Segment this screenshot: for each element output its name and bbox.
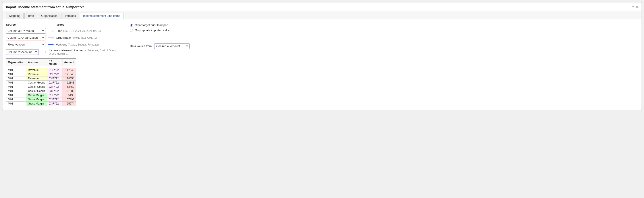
table-row: M01 Cost of Goods 03 FY22 -61980	[6, 89, 76, 93]
cell-org: M01	[6, 93, 26, 97]
mapping-right-panel: Clear target prior to import Only update…	[130, 23, 638, 106]
radio-update-label[interactable]: Only update imported cells	[135, 28, 169, 32]
source-header: Source	[6, 23, 46, 26]
cell-amount: 118654	[62, 76, 76, 81]
cell-month: 03 FY22	[47, 76, 62, 81]
tab-mapping[interactable]: Mapping	[6, 12, 24, 19]
target-versions: Versions (Actual, Budget, Forecast)	[56, 43, 99, 46]
tab-bar: Mapping Time Organization Versions Incom…	[2, 11, 642, 19]
data-table: Organization Account FY Mouth Amount M01	[6, 58, 76, 106]
cell-month: 03 FY22	[47, 89, 62, 93]
cell-amount: 55674	[62, 102, 76, 106]
mapping-left: Source Target Column 3: FY Mouth ⟶ Time …	[6, 23, 121, 106]
cell-account: Gross Margin	[26, 97, 47, 102]
mapping-headers: Source Target	[6, 23, 121, 26]
cell-amount: -61980	[62, 89, 76, 93]
mapping-row-versions: Fixed version ⟶ Versions (Actual, Budget…	[6, 42, 121, 47]
table-row: M01 Gross Margin 03 FY22 55674	[6, 102, 76, 106]
cell-amount: 55198	[62, 93, 76, 97]
cell-month: 01 FY22	[47, 81, 62, 85]
mapping-row-lineitems: Column 2: Account ⟶ Income statement Lin…	[6, 49, 121, 55]
main-window: Import: Income statement from actuals-im…	[2, 2, 642, 110]
col-header-account: Account	[26, 59, 47, 66]
radio-clear-target[interactable]	[130, 24, 133, 27]
tab-versions[interactable]: Versions	[62, 12, 79, 19]
table-row: M01 Revenue 01 FY22 117546	[6, 68, 76, 72]
cell-amount: 121348	[62, 72, 76, 76]
cell-account: Cost of Goods	[26, 85, 47, 89]
cell-org: M01	[6, 81, 26, 85]
close-icon[interactable]: ×	[636, 5, 638, 9]
target-lineitems: Income statement Line Items (Revenue, Co…	[49, 49, 121, 55]
cell-account: Gross Margin	[26, 102, 47, 106]
cell-month: 02 FY22	[47, 85, 62, 89]
source-select-versions[interactable]: Fixed version	[6, 42, 46, 47]
cell-account: Revenue	[26, 76, 47, 81]
cell-month: 02 FY22	[47, 72, 62, 76]
target-time: Time (2021-04, 2021-05, 2021-06, ...)	[56, 29, 101, 32]
col-header-month: FY Mouth	[47, 59, 62, 66]
cell-org: M01	[6, 89, 26, 93]
cell-month: 03 FY22	[47, 102, 62, 106]
window-controls: ? ×	[632, 5, 638, 9]
data-values-label: Data values from	[130, 44, 152, 48]
cell-org: M01	[6, 97, 26, 102]
table-row: M01 Gross Margin 02 FY22 57898	[6, 97, 76, 102]
cell-org: M01	[6, 72, 26, 76]
data-values-row: Data values from Column 4: Amount	[130, 43, 638, 49]
data-table-section: Organization Account FY Mouth Amount M01	[6, 58, 121, 106]
table-row: M01 Revenue 03 FY22 118654	[6, 76, 76, 81]
cell-month: 02 FY22	[47, 97, 62, 102]
arrow-time: ⟶	[48, 28, 54, 33]
tab-time[interactable]: Time	[24, 12, 37, 19]
mapping-row-org: Column 1: Organization ⟶ Organization (M…	[6, 35, 121, 40]
cell-month: 01 FY22	[47, 93, 62, 97]
cell-amount: -62348	[62, 81, 76, 85]
main-content: Source Target Column 3: FY Mouth ⟶ Time …	[2, 19, 642, 110]
import-options: Clear target prior to import Only update…	[130, 23, 638, 34]
tab-organization[interactable]: Organization	[38, 12, 61, 19]
cell-org: M01	[6, 85, 26, 89]
col-header-org: Organization	[6, 59, 26, 66]
cell-account: Revenue	[26, 68, 47, 72]
table-row: M01 Cost of Goods 02 FY22 -63450	[6, 85, 76, 89]
arrow-lineitems: ⟶	[41, 49, 47, 54]
source-select-time[interactable]: Column 3: FY Mouth	[6, 28, 46, 34]
cell-org: M01	[6, 76, 26, 81]
help-icon[interactable]: ?	[632, 5, 634, 9]
cell-account: Revenue	[26, 72, 47, 76]
tab-income-statement[interactable]: Income statement Line Items	[80, 12, 124, 19]
data-values-select[interactable]: Column 4: Amount	[154, 43, 190, 49]
radio-only-update[interactable]	[130, 29, 133, 32]
cell-org: M01	[6, 68, 26, 72]
arrow-org: ⟶	[48, 35, 54, 40]
cell-month: 01 FY22	[47, 68, 62, 72]
mapping-row-time: Column 3: FY Mouth ⟶ Time (2021-04, 2021…	[6, 28, 121, 34]
cell-amount: -63450	[62, 85, 76, 89]
source-select-lineitems[interactable]: Column 2: Account	[6, 49, 39, 55]
col-header-amount: Amount	[62, 59, 76, 66]
cell-amount: 117546	[62, 68, 76, 72]
table-row: M01 Gross Margin 01 FY22 55198	[6, 93, 76, 97]
window-header: Import: Income statement from actuals-im…	[2, 2, 642, 11]
spacer-row	[6, 66, 76, 68]
cell-account: Cost of Goods	[26, 81, 47, 85]
radio-row-update: Only update imported cells	[130, 28, 638, 32]
source-select-org[interactable]: Column 1: Organization	[6, 35, 46, 40]
radio-clear-label[interactable]: Clear target prior to import	[135, 23, 168, 27]
target-header: Target	[55, 23, 64, 26]
window-title: Import: Income statement from actuals-im…	[6, 5, 84, 9]
target-org: Organization (M01, M02, C01, ...)	[56, 36, 97, 39]
table-row: M01 Revenue 02 FY22 121348	[6, 72, 76, 76]
table-row: M01 Cost of Goods 01 FY22 -62348	[6, 81, 76, 85]
cell-org: M01	[6, 102, 26, 106]
radio-row-clear: Clear target prior to import	[130, 23, 638, 27]
mapping-area: Source Target Column 3: FY Mouth ⟶ Time …	[6, 23, 638, 106]
cell-account: Cost of Goods	[26, 89, 47, 93]
cell-account: Gross Margin	[26, 93, 47, 97]
arrow-versions: ⟶	[48, 42, 54, 47]
cell-amount: 57898	[62, 97, 76, 102]
